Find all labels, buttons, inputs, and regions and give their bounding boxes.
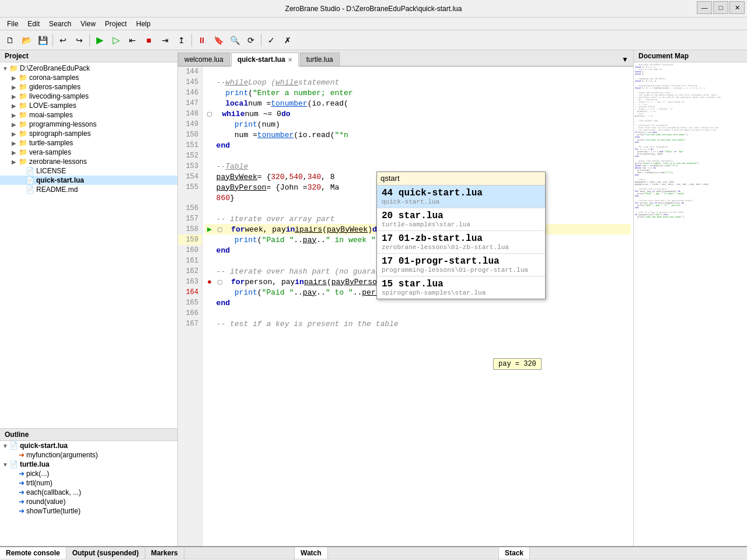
separator1 [53,34,53,47]
docmap-content: -- multiple variables localized local a,… [634,62,747,546]
tree-item-spirograph[interactable]: ▶ 📁 spirograph-samples [0,129,177,138]
tree-item-vera[interactable]: ▶ 📁 vera-samples [0,148,177,157]
tree-item-moai[interactable]: ▶ 📁 moai-samples [0,110,177,120]
ac-item-2[interactable]: 20 star.lua turtle-samples\star.lua [377,208,545,230]
console-header: Remote console Output (suspended) Marker… [0,547,294,559]
clear-button[interactable]: ✗ [280,33,295,48]
outline-round[interactable]: ➜ round(value) [0,497,177,506]
tree-item-quickstart[interactable]: 📄 quick-start.lua [0,176,177,185]
tree-item-corona[interactable]: ▶ 📁 corona-samples [0,73,177,82]
tree-item-license[interactable]: 📄 LICENSE [0,166,177,176]
fn-icon4: ➜ [19,488,25,496]
maximize-button[interactable]: □ [713,1,728,14]
stop-button[interactable]: ■ [141,33,156,48]
step-out[interactable]: ↥ [174,33,189,48]
outline-quickstart[interactable]: ▼ 📄 quick-start.lua [0,441,177,450]
menubar: File Edit Search View Project Help [0,18,747,30]
app-title: ZeroBrane Studio - D:\ZeroBraneEduPack\q… [285,5,462,13]
md-file-icon: 📄 [26,186,34,194]
step-over[interactable]: ⇥ [158,33,173,48]
code-editor[interactable]: 144 145 146 147 148 149 150 151 152 153 … [178,66,633,546]
code-content[interactable]: -- while Loop (while statement print("En… [203,66,633,546]
menu-edit[interactable]: Edit [23,19,44,29]
ac-item-5[interactable]: 15 star.lua spirograph-samples\star.lua [377,276,545,299]
tab-output[interactable]: Output (suspended) [67,547,145,559]
tab-welcome[interactable]: welcome.lua [178,52,230,66]
tab-stack[interactable]: Stack [499,547,530,559]
tree-item-readme[interactable]: 📄 README.md [0,185,177,194]
new-button[interactable]: 🗋 [2,33,18,48]
ac-item-1[interactable]: 44 quick-start.lua quick-start.lua [377,186,545,208]
outline-turtle[interactable]: ▼ 📄 turtle.lua [0,460,177,469]
step-into[interactable]: ⇤ [125,33,140,48]
autocomplete-search-input[interactable] [381,174,542,183]
document-map: Document Map -- multiple variables local… [633,50,747,546]
bookmark-button[interactable]: 🔖 [211,33,226,48]
open-button[interactable]: 📂 [19,33,34,48]
editor-area: welcome.lua quick-start.lua ✕ turtle.lua… [178,50,633,546]
outline-lua-icon: 📄 [9,442,18,450]
code-line-150: num = tonumber(io.read("*n [205,130,631,140]
code-line-144 [205,66,631,77]
lua-file-icon: 📄 [26,176,34,184]
console-panel: Remote console Output (suspended) Marker… [0,547,295,560]
tree-item-turtle[interactable]: ▶ 📁 turtle-samples [0,138,177,148]
code-line-152 [205,150,631,161]
outline-each[interactable]: ➜ each(callback, ...) [0,488,177,497]
menu-search[interactable]: Search [44,19,76,29]
folder-icon: 📁 [19,120,27,128]
tab-markers[interactable]: Markers [145,547,184,559]
breakpoint-icon: ● [207,278,212,286]
folder-icon: 📁 [19,139,27,147]
ac-item-3[interactable]: 17 01-zb-start.lua zerobrane-lessons\01-… [377,231,545,253]
outline-showturtle[interactable]: ➜ showTurtle(turtle) [0,506,177,516]
tree-item-livecoding[interactable]: ▶ 📁 livecoding-samples [0,92,177,101]
minimize-button[interactable]: — [697,1,712,14]
folder-icon: 📁 [19,92,27,100]
code-line-146: print("Enter a number; enter [205,88,631,98]
outline-pick[interactable]: ➜ pick(...) [0,469,177,478]
bottom-panels: Remote console Output (suspended) Marker… [0,546,747,560]
tab-turtle[interactable]: turtle.lua [300,52,340,66]
autocomplete-popup[interactable]: 44 quick-start.lua quick-start.lua 20 st… [376,172,546,299]
tree-item-root[interactable]: ▼ 📁 D:\ZeroBraneEduPack [0,64,177,73]
outline-panel: Outline ▼ 📄 quick-start.lua ➜ myfunction… [0,428,177,546]
code-line-151: end [205,140,631,150]
save-button[interactable]: 💾 [35,33,50,48]
outline-myfunction[interactable]: ➜ myfunction(arguments) [0,450,177,460]
close-tab-icon[interactable]: ✕ [288,57,292,63]
debug-button[interactable]: ▷ [109,33,124,48]
code-line-168: -- test if a key is present in the table [205,318,631,329]
redo-button[interactable]: ↪ [72,33,87,48]
break-button[interactable]: ⏸ [194,33,210,48]
tab-quickstart[interactable]: quick-start.lua ✕ [231,52,299,66]
tree-item-love[interactable]: ▶ 📁 LOVE-samples [0,101,177,110]
menu-project[interactable]: Project [100,19,131,29]
project-tree[interactable]: ▼ 📁 D:\ZeroBraneEduPack ▶ 📁 corona-sampl… [0,62,177,428]
run-button[interactable]: ▶ [92,33,107,48]
tab-console[interactable]: Remote console [0,547,67,559]
close-button[interactable]: ✕ [729,1,745,14]
tree-item-programming[interactable]: ▶ 📁 programming-lessons [0,120,177,129]
folder-icon: 📁 [19,158,27,166]
folder-icon: 📁 [19,83,27,91]
menu-view[interactable]: View [76,19,100,29]
ac-item-4[interactable]: 17 01-progr-start.lua programming-lesson… [377,254,545,276]
execution-arrow: ▶ [207,225,212,234]
undo-button[interactable]: ↩ [55,33,71,48]
menu-help[interactable]: Help [131,19,155,29]
tab-watch[interactable]: Watch [295,547,328,559]
find-button[interactable]: 🔍 [227,33,242,48]
tree-item-zerobrane[interactable]: ▶ 📁 zerobrane-lessons [0,157,177,166]
menu-file[interactable]: File [2,19,23,29]
tab-dropdown[interactable]: ▼ [617,53,633,66]
check-button[interactable]: ✓ [264,33,279,48]
folder-icon: 📁 [19,74,27,82]
code-line-153: -- Table [205,161,631,172]
outline-tree[interactable]: ▼ 📄 quick-start.lua ➜ myfunction(argumen… [0,441,177,546]
autocomplete-input[interactable] [377,172,545,186]
find-next[interactable]: ⟳ [243,33,259,48]
outline-trtl[interactable]: ➜ trtl(num) [0,478,177,488]
outline-header: Outline [0,429,177,441]
tree-item-gideros[interactable]: ▶ 📁 gideros-samples [0,82,177,92]
